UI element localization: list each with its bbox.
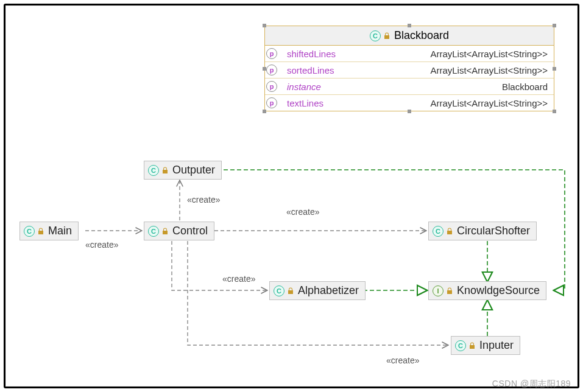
class-icon: C	[274, 285, 284, 296]
stereotype-label: «create»	[386, 355, 419, 365]
class-blackboard-body: p shiftedLines ArrayList<ArrayList<Strin…	[265, 46, 554, 111]
attr-name: shiftedLines	[282, 46, 355, 61]
node-label: CircularShofter	[457, 225, 530, 237]
attr-type: ArrayList<ArrayList<String>>	[355, 94, 554, 111]
node-label: Control	[172, 225, 208, 237]
attr-name: textLines	[282, 94, 355, 111]
class-icon: C	[433, 226, 443, 237]
stereotype-label: «create»	[85, 240, 118, 250]
attr-type: Blackboard	[355, 78, 554, 94]
class-blackboard[interactable]: C Blackboard p shiftedLines ArrayList<Ar…	[264, 26, 554, 111]
attr-name: instance	[282, 78, 355, 94]
lock-icon	[287, 287, 294, 295]
property-icon: p	[266, 97, 277, 108]
attr-type: ArrayList<ArrayList<String>>	[355, 46, 554, 61]
node-label: KnowldgeSource	[457, 284, 540, 297]
stereotype-label: «create»	[286, 207, 319, 217]
lock-icon	[468, 342, 476, 349]
resize-handle[interactable]	[263, 110, 266, 113]
resize-handle[interactable]	[408, 110, 411, 113]
lock-icon	[446, 228, 453, 235]
class-icon: C	[455, 340, 466, 351]
property-icon: p	[266, 81, 277, 92]
node-circularshofter[interactable]: C CircularShofter	[428, 222, 537, 240]
lock-icon	[37, 228, 44, 235]
property-icon: p	[266, 65, 277, 75]
node-inputer[interactable]: C Inputer	[451, 336, 520, 355]
lock-icon	[383, 32, 390, 40]
node-label: Alphabetizer	[298, 284, 359, 297]
lock-icon	[161, 167, 169, 174]
resize-handle[interactable]	[553, 24, 556, 27]
watermark: CSDN @周志阳189	[492, 379, 571, 390]
class-icon: C	[24, 226, 35, 237]
diagram-canvas: C Blackboard p shiftedLines ArrayList<Ar…	[13, 13, 573, 379]
resize-handle[interactable]	[408, 24, 411, 27]
resize-handle[interactable]	[553, 110, 556, 113]
node-knowledgesource[interactable]: I KnowldgeSource	[428, 281, 546, 300]
stereotype-label: «create»	[222, 274, 255, 284]
node-outputer[interactable]: C Outputer	[144, 161, 222, 180]
interface-icon: I	[433, 285, 443, 296]
resize-handle[interactable]	[263, 24, 266, 27]
node-alphabetizer[interactable]: C Alphabetizer	[269, 281, 366, 300]
resize-handle[interactable]	[553, 67, 556, 71]
lock-icon	[161, 228, 169, 235]
class-icon: C	[148, 226, 159, 237]
attr-type: ArrayList<ArrayList<String>>	[355, 61, 554, 78]
attr-name: sortedLines	[282, 61, 355, 78]
stereotype-label: «create»	[187, 195, 220, 205]
node-label: Outputer	[172, 164, 215, 177]
node-label: Inputer	[479, 339, 514, 352]
lock-icon	[446, 287, 453, 295]
class-icon: C	[148, 165, 159, 176]
node-control[interactable]: C Control	[144, 222, 214, 240]
node-main[interactable]: C Main	[19, 222, 79, 240]
class-title-label: Blackboard	[394, 29, 449, 42]
class-icon: C	[370, 30, 381, 41]
property-icon: p	[266, 48, 277, 59]
node-label: Main	[48, 225, 72, 237]
resize-handle[interactable]	[263, 67, 266, 71]
class-blackboard-title: C Blackboard	[265, 26, 554, 46]
